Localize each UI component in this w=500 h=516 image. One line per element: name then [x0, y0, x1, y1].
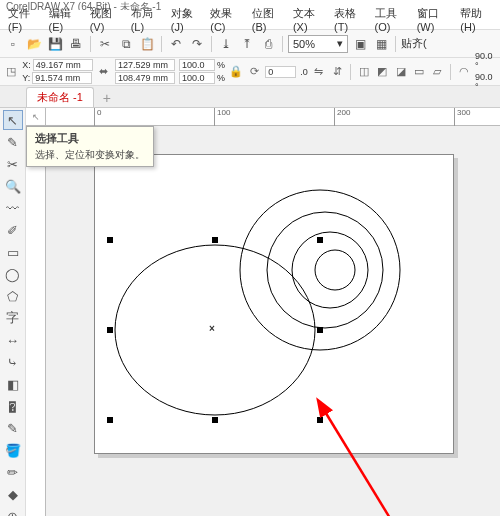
toolbox: ↖ ✎ ✂ 🔍 〰 ✐ ▭ ◯ ⬠ 字 ↔ ⤷ ◧ 🯄 ✎ 🪣 ✏ ◆ ⊕: [0, 108, 26, 516]
separator: [90, 36, 91, 52]
handle-tm[interactable]: [212, 237, 218, 243]
size-icon: ⬌: [97, 64, 111, 80]
eyedropper-tool[interactable]: ✎: [3, 418, 23, 438]
outline-tool[interactable]: ✏: [3, 462, 23, 482]
ellipse-tool[interactable]: ◯: [3, 264, 23, 284]
menu-object[interactable]: 对象(J): [167, 4, 205, 35]
handle-ml[interactable]: [107, 327, 113, 333]
redo-icon[interactable]: ↷: [188, 35, 206, 53]
ruler-horizontal[interactable]: 0 100 200 300: [46, 108, 500, 126]
tooltip-desc: 选择、定位和变换对象。: [35, 148, 145, 162]
connector-tool[interactable]: ⤷: [3, 352, 23, 372]
separator: [282, 36, 283, 52]
copy-icon[interactable]: ⧉: [117, 35, 135, 53]
print-icon[interactable]: 🖶: [67, 35, 85, 53]
y-field[interactable]: 91.574 mm: [32, 72, 92, 84]
polygon-tool[interactable]: ⬠: [3, 286, 23, 306]
mirror-v-icon[interactable]: ⇵: [330, 64, 344, 80]
text-tool[interactable]: 字: [3, 308, 23, 328]
freehand-tool[interactable]: 〰: [3, 198, 23, 218]
export-icon[interactable]: ⤒: [238, 35, 256, 53]
crop-tool[interactable]: ✂: [3, 154, 23, 174]
snap-label[interactable]: 贴齐(: [401, 36, 427, 51]
start-angle[interactable]: 90.0 °: [475, 51, 496, 71]
pick-tool[interactable]: ↖: [3, 110, 23, 130]
h-field[interactable]: 108.479 mm: [115, 72, 175, 84]
zoom-tool[interactable]: 🔍: [3, 176, 23, 196]
menu-help[interactable]: 帮助(H): [456, 4, 496, 35]
menu-table[interactable]: 表格(T): [330, 4, 369, 35]
ruler-vertical[interactable]: [26, 126, 46, 516]
opt2-icon[interactable]: ◩: [375, 64, 389, 80]
ruler-origin[interactable]: ↖: [26, 108, 46, 126]
w-field[interactable]: 127.529 mm: [115, 59, 175, 71]
more-tool[interactable]: ⊕: [3, 506, 23, 516]
scale-x-field[interactable]: 100.0: [179, 59, 215, 71]
x-label: X:: [22, 60, 31, 70]
zoom-value: 50%: [293, 38, 315, 50]
paste-icon[interactable]: 📋: [138, 35, 156, 53]
end-angle[interactable]: 90.0 °: [475, 72, 496, 92]
new-tab-button[interactable]: +: [98, 89, 116, 107]
menu-layout[interactable]: 布局(L): [127, 4, 165, 35]
separator: [395, 36, 396, 52]
menu-bitmap[interactable]: 位图(B): [248, 4, 287, 35]
smart-fill-tool[interactable]: ◆: [3, 484, 23, 504]
mirror-h-icon[interactable]: ⇋: [312, 64, 326, 80]
transparency-tool[interactable]: 🯄: [3, 396, 23, 416]
zoom-combo[interactable]: 50% ▾: [288, 35, 348, 53]
fill-tool[interactable]: 🪣: [3, 440, 23, 460]
undo-icon[interactable]: ↶: [167, 35, 185, 53]
parallel-dim-tool[interactable]: ↔: [3, 330, 23, 350]
rectangle-tool[interactable]: ▭: [3, 242, 23, 262]
ellipse-object[interactable]: [110, 240, 320, 420]
shape-tool[interactable]: ✎: [3, 132, 23, 152]
opt3-icon[interactable]: ◪: [393, 64, 407, 80]
document-tab[interactable]: 未命名 -1: [26, 87, 94, 107]
scale-y-field[interactable]: 100.0: [179, 72, 215, 84]
property-bar: ◳ X: 49.167 mm Y: 91.574 mm ⬌ 127.529 mm…: [0, 58, 500, 86]
save-icon[interactable]: 💾: [46, 35, 64, 53]
tooltip: 选择工具 选择、定位和变换对象。: [26, 126, 154, 167]
dropshadow-tool[interactable]: ◧: [3, 374, 23, 394]
import-icon[interactable]: ⤓: [217, 35, 235, 53]
handle-br[interactable]: [317, 417, 323, 423]
chevron-down-icon: ▾: [337, 37, 343, 50]
opt1-icon[interactable]: ◫: [357, 64, 371, 80]
selection-center[interactable]: ×: [209, 323, 215, 334]
rotation-icon: ⟳: [247, 64, 261, 80]
publish-icon[interactable]: ⎙: [259, 35, 277, 53]
menu-tool[interactable]: 工具(O): [371, 4, 411, 35]
x-field[interactable]: 49.167 mm: [33, 59, 93, 71]
handle-bm[interactable]: [212, 417, 218, 423]
rotation-field[interactable]: 0: [265, 66, 296, 78]
svg-point-4: [115, 245, 315, 415]
cut-icon[interactable]: ✂: [96, 35, 114, 53]
open-icon[interactable]: 📂: [25, 35, 43, 53]
handle-tl[interactable]: [107, 237, 113, 243]
menu-file[interactable]: 文件(F): [4, 4, 43, 35]
handle-tr[interactable]: [317, 237, 323, 243]
menu-view[interactable]: 视图(V): [86, 4, 125, 35]
handle-bl[interactable]: [107, 417, 113, 423]
artistic-media-tool[interactable]: ✐: [3, 220, 23, 240]
y-label: Y:: [22, 73, 30, 83]
lock-ratio-icon[interactable]: 🔒: [229, 64, 243, 80]
menu-effect[interactable]: 效果(C): [206, 4, 246, 35]
canvas-area[interactable]: ↖ 0 100 200 300 选择工具 选择、定位和变换对象。: [26, 108, 500, 516]
position-icon: ◳: [4, 64, 18, 80]
handle-mr[interactable]: [317, 327, 323, 333]
menu-bar: 文件(F) 编辑(E) 视图(V) 布局(L) 对象(J) 效果(C) 位图(B…: [0, 10, 500, 30]
arc-icon[interactable]: ◠: [457, 64, 471, 80]
opt5-icon[interactable]: ▱: [430, 64, 444, 80]
menu-window[interactable]: 窗口(W): [413, 4, 455, 35]
menu-text[interactable]: 文本(X): [289, 4, 328, 35]
ruler-icon[interactable]: ▦: [372, 35, 390, 53]
fullscreen-icon[interactable]: ▣: [351, 35, 369, 53]
menu-edit[interactable]: 编辑(E): [45, 4, 84, 35]
opt4-icon[interactable]: ▭: [412, 64, 426, 80]
separator: [161, 36, 162, 52]
page[interactable]: ×: [94, 154, 454, 454]
new-icon[interactable]: ▫: [4, 35, 22, 53]
tooltip-title: 选择工具: [35, 131, 145, 146]
